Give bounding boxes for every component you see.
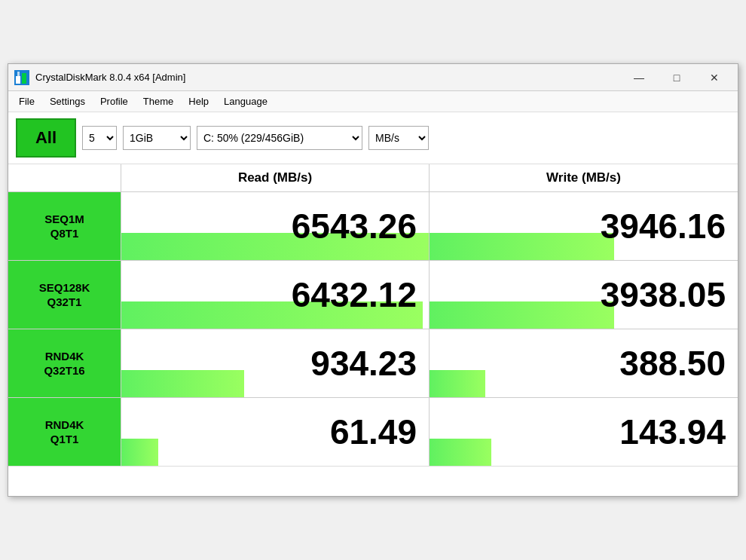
menu-profile[interactable]: Profile: [93, 93, 136, 110]
menu-settings[interactable]: Settings: [42, 93, 93, 110]
row-label-text-rnd4k-q1t1: RND4KQ1T1: [45, 418, 84, 447]
row-label-seq1m-q8t1: SEQ1MQ8T1: [8, 192, 121, 260]
window-title: CrystalDiskMark 8.0.4 x64 [Admin]: [35, 72, 622, 83]
write-cell-seq1m-q8t1: 3946.16: [430, 192, 738, 260]
bottom-bar: [8, 466, 738, 496]
write-cell-seq128k-q32t1: 3938.05: [430, 261, 738, 329]
write-cell-rnd4k-q32t16: 388.50: [430, 329, 738, 397]
menu-help[interactable]: Help: [181, 93, 216, 110]
write-value-rnd4k-q32t16: 388.50: [619, 343, 726, 384]
read-cell-seq128k-q32t1: 6432.12: [121, 261, 430, 329]
content-area: Read (MB/s) Write (MB/s) SEQ1MQ8T1 6543.…: [8, 164, 738, 466]
all-button[interactable]: All: [16, 118, 76, 158]
app-window: CrystalDiskMark 8.0.4 x64 [Admin] — □ ✕ …: [8, 63, 738, 497]
write-bar-seq128k-q32t1: [430, 301, 614, 329]
maximize-button[interactable]: □: [659, 67, 694, 88]
header-empty: [8, 164, 121, 191]
drive-select[interactable]: C: 50% (229/456GiB): [197, 126, 362, 150]
row-label-text-seq128k-q32t1: SEQ128KQ32T1: [39, 280, 90, 310]
result-row-seq1m-q8t1: SEQ1MQ8T1 6543.26 3946.16: [8, 192, 738, 261]
menu-file[interactable]: File: [11, 93, 42, 110]
menu-bar: File Settings Profile Theme Help Languag…: [8, 91, 738, 112]
result-row-rnd4k-q32t16: RND4KQ32T16 934.23 388.50: [8, 329, 738, 398]
read-cell-rnd4k-q1t1: 61.49: [121, 398, 430, 466]
read-cell-seq1m-q8t1: 6543.26: [121, 192, 430, 260]
read-cell-rnd4k-q32t16: 934.23: [121, 329, 430, 397]
write-header: Write (MB/s): [430, 164, 738, 191]
unit-select[interactable]: MB/s GB/s IOPS: [368, 126, 429, 150]
row-label-rnd4k-q1t1: RND4KQ1T1: [8, 398, 121, 466]
rows-container: SEQ1MQ8T1 6543.26 3946.16 SEQ128KQ32T1 6…: [8, 192, 738, 466]
read-value-rnd4k-q32t16: 934.23: [310, 343, 417, 384]
close-button[interactable]: ✕: [697, 67, 732, 88]
row-label-seq128k-q32t1: SEQ128KQ32T1: [8, 261, 121, 329]
row-label-rnd4k-q32t16: RND4KQ32T16: [8, 329, 121, 397]
write-value-rnd4k-q1t1: 143.94: [619, 412, 726, 452]
write-bar-rnd4k-q32t16: [430, 370, 485, 397]
read-bar-rnd4k-q1t1: [121, 439, 158, 466]
svg-rect-2: [22, 73, 26, 84]
read-value-rnd4k-q1t1: 61.49: [330, 412, 417, 452]
read-value-seq128k-q32t1: 6432.12: [292, 274, 417, 315]
result-row-rnd4k-q1t1: RND4KQ1T1 61.49 143.94: [8, 398, 738, 466]
svg-rect-1: [16, 76, 20, 84]
minimize-button[interactable]: —: [622, 67, 656, 88]
app-icon: [14, 70, 29, 85]
window-controls: — □ ✕: [622, 67, 732, 88]
write-cell-rnd4k-q1t1: 143.94: [430, 398, 738, 466]
write-bar-rnd4k-q1t1: [430, 439, 491, 466]
size-select[interactable]: 1GiB 512MiB 2GiB 4GiB: [123, 126, 191, 150]
write-value-seq128k-q32t1: 3938.05: [601, 274, 726, 315]
read-bar-rnd4k-q32t16: [121, 370, 244, 397]
menu-theme[interactable]: Theme: [136, 93, 181, 110]
row-label-text-rnd4k-q32t16: RND4KQ32T16: [44, 349, 84, 378]
title-bar: CrystalDiskMark 8.0.4 x64 [Admin] — □ ✕: [8, 64, 738, 91]
result-row-seq128k-q32t1: SEQ128KQ32T1 6432.12 3938.05: [8, 261, 738, 329]
results-header: Read (MB/s) Write (MB/s): [8, 164, 738, 192]
toolbar: All 5 1 3 10 1GiB 512MiB 2GiB 4GiB C: 50…: [8, 112, 738, 164]
runs-select[interactable]: 5 1 3 10: [82, 126, 117, 150]
menu-language[interactable]: Language: [216, 93, 275, 110]
svg-rect-3: [17, 72, 20, 76]
row-label-text-seq1m-q8t1: SEQ1MQ8T1: [44, 212, 84, 241]
read-header: Read (MB/s): [121, 164, 430, 191]
read-value-seq1m-q8t1: 6543.26: [292, 206, 417, 246]
write-bar-seq1m-q8t1: [430, 233, 614, 260]
write-value-seq1m-q8t1: 3946.16: [601, 206, 726, 246]
